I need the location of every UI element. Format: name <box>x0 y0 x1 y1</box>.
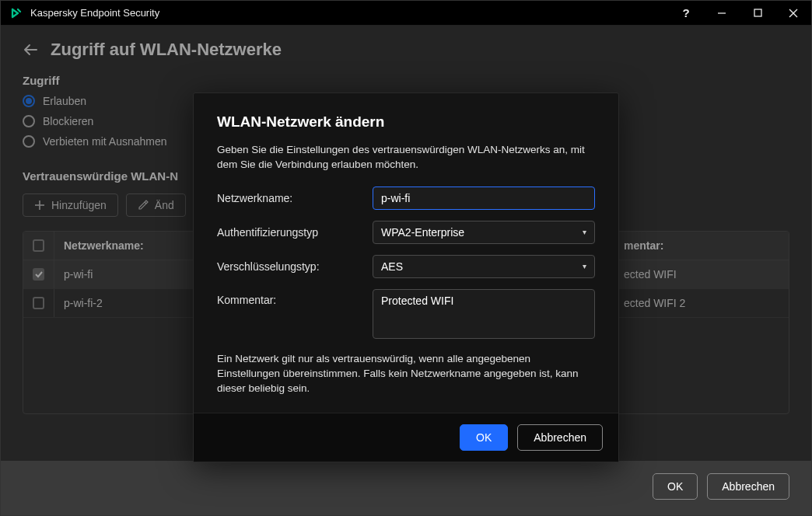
minimize-button[interactable] <box>704 1 740 26</box>
dialog-ok-button[interactable]: OK <box>460 424 508 451</box>
label-enc-type: Verschlüsselungstyp: <box>217 260 373 273</box>
enc-type-select[interactable]: AES ▾ <box>373 255 595 278</box>
modal-overlay: WLAN-Netzwerk ändern Geben Sie die Einst… <box>1 26 811 461</box>
svg-rect-1 <box>754 9 761 16</box>
chevron-down-icon: ▾ <box>583 262 586 270</box>
label-network-name: Netzwerkname: <box>217 192 373 204</box>
page-cancel-button[interactable]: Abbrechen <box>707 473 789 500</box>
app-logo-icon <box>10 7 23 19</box>
dialog-note: Ein Netzwerk gilt nur als vertrauenswürd… <box>217 352 595 396</box>
comment-textarea[interactable] <box>373 289 595 339</box>
label-auth-type: Authentifizierungstyp <box>217 226 373 239</box>
auth-type-select[interactable]: WPA2-Enterprise ▾ <box>373 221 595 244</box>
dialog-cancel-button[interactable]: Abbrechen <box>517 424 603 451</box>
chevron-down-icon: ▾ <box>583 228 586 236</box>
dialog-title: WLAN-Netzwerk ändern <box>217 113 595 131</box>
dialog-description: Geben Sie die Einstellungen des vertraue… <box>217 143 595 173</box>
maximize-button[interactable] <box>740 1 775 26</box>
network-name-input[interactable] <box>373 187 595 210</box>
label-comment: Kommentar: <box>217 289 373 306</box>
page-ok-button[interactable]: OK <box>653 473 698 500</box>
enc-type-value: AES <box>381 260 403 273</box>
help-button[interactable]: ? <box>668 1 704 26</box>
close-button[interactable] <box>775 1 811 26</box>
auth-type-value: WPA2-Enterprise <box>381 226 464 239</box>
window-title: Kaspersky Endpoint Security <box>30 7 668 19</box>
edit-network-dialog: WLAN-Netzwerk ändern Geben Sie die Einst… <box>193 92 619 462</box>
titlebar: Kaspersky Endpoint Security ? <box>1 1 811 26</box>
